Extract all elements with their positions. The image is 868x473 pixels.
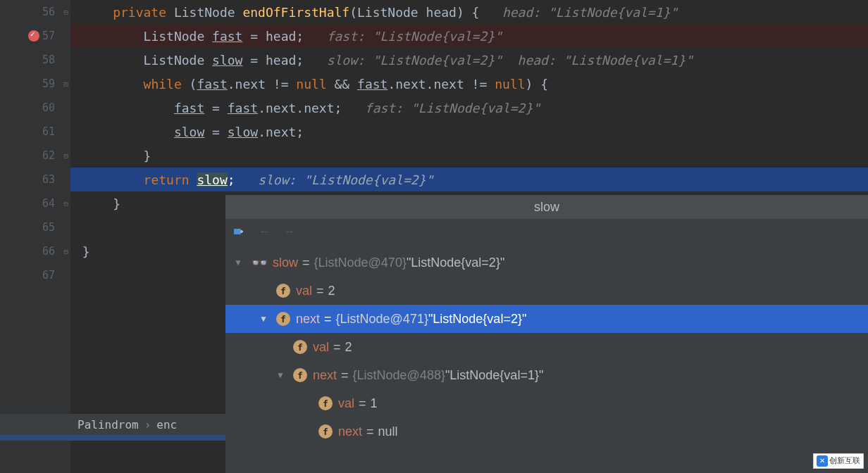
- field-icon: f: [318, 424, 333, 439]
- fold-marker-icon[interactable]: ⊟: [63, 151, 68, 160]
- code-line[interactable]: private ListNode endOfFirstHalf(ListNode…: [70, 0, 868, 24]
- back-icon[interactable]: ←: [256, 224, 272, 239]
- panel-border: [0, 435, 225, 441]
- code-line-breakpoint[interactable]: ListNode fast = head; fast: "ListNode{va…: [70, 24, 868, 48]
- line-gutter: 56⊟ 57 58 59⊟ 60 61 62⊟ 63 64⊟ 65 66⊟ 67: [0, 0, 70, 473]
- tree-row-field[interactable]: f next = null: [225, 417, 868, 446]
- chevron-right-icon: ›: [144, 418, 151, 431]
- tree-row-field[interactable]: ▼ f next = {ListNode@488} "ListNode{val=…: [225, 361, 868, 389]
- line-number[interactable]: 62⊟: [0, 144, 70, 168]
- breadcrumb-item[interactable]: enc: [156, 418, 177, 431]
- breakpoint-icon[interactable]: [28, 30, 39, 42]
- code-line[interactable]: ListNode slow = head; slow: "ListNode{va…: [70, 48, 868, 72]
- tree-row-root[interactable]: ▼ 👓 slow = {ListNode@470} "ListNode{val=…: [225, 248, 868, 277]
- code-line[interactable]: slow = slow.next;: [70, 120, 868, 144]
- fold-marker-icon[interactable]: ⊟: [63, 247, 68, 256]
- line-number[interactable]: 67: [0, 263, 70, 287]
- field-icon: f: [318, 396, 333, 410]
- code-line[interactable]: while (fast.next != null && fast.next.ne…: [70, 72, 868, 96]
- inline-hint: fast: "ListNode{val=2}": [304, 29, 502, 44]
- debug-panel-title: slow: [225, 195, 868, 219]
- breadcrumb[interactable]: Palindrom › enc: [0, 414, 225, 435]
- debug-toolbar: ← →: [225, 219, 868, 244]
- forward-icon[interactable]: →: [282, 224, 297, 239]
- line-number[interactable]: 64⊟: [0, 191, 70, 215]
- code-line-execution[interactable]: return slow; slow: "ListNode{val=2}": [70, 168, 868, 191]
- fold-marker-icon[interactable]: ⊟: [63, 199, 68, 208]
- field-icon: f: [293, 340, 307, 354]
- line-number[interactable]: 61: [0, 120, 70, 144]
- tree-expand-icon[interactable]: ▼: [276, 369, 289, 381]
- line-number[interactable]: 57: [0, 24, 70, 48]
- tree-expand-icon[interactable]: ▼: [259, 313, 272, 325]
- line-number[interactable]: 58: [0, 48, 70, 72]
- debug-tree[interactable]: ▼ 👓 slow = {ListNode@470} "ListNode{val=…: [225, 244, 868, 446]
- new-watch-icon[interactable]: [231, 224, 247, 239]
- code-line[interactable]: }: [70, 144, 868, 168]
- fold-marker-icon[interactable]: ⊟: [63, 8, 68, 17]
- svg-rect-0: [234, 229, 241, 234]
- inline-hint: slow: "ListNode{val=2}": [235, 172, 434, 187]
- field-icon: f: [276, 284, 290, 298]
- line-number[interactable]: 60: [0, 96, 70, 120]
- inline-hint: head: "ListNode{val=1}": [479, 5, 678, 20]
- tree-expand-icon[interactable]: ▼: [234, 256, 247, 269]
- inline-hint: fast: "ListNode{val=2}": [342, 101, 540, 115]
- line-number[interactable]: 66⊟: [0, 239, 70, 263]
- debug-variables-panel: slow ← → ▼ 👓 slow = {ListNode@470} "List…: [225, 195, 868, 473]
- line-number[interactable]: 63: [0, 168, 70, 191]
- tree-row-field[interactable]: f val = 2: [225, 333, 868, 361]
- field-icon: f: [293, 368, 307, 382]
- fold-marker-icon[interactable]: ⊟: [63, 80, 68, 89]
- field-icon: f: [276, 312, 290, 326]
- glasses-icon: 👓: [251, 254, 268, 271]
- tree-row-field[interactable]: f val = 1: [225, 389, 868, 417]
- line-number[interactable]: 65: [0, 215, 70, 239]
- code-line[interactable]: fast = fast.next.next; fast: "ListNode{v…: [70, 96, 868, 120]
- line-number[interactable]: 59⊟: [0, 72, 70, 96]
- inline-hint: head: "ListNode{val=1}": [502, 53, 693, 68]
- watermark: ✕创新互联: [813, 453, 864, 469]
- tree-row-selected[interactable]: ▼ f next = {ListNode@471} "ListNode{val=…: [225, 305, 868, 333]
- tree-row-field[interactable]: f val = 2: [225, 277, 868, 305]
- inline-hint: slow: "ListNode{val=2}": [304, 53, 502, 68]
- svg-rect-2: [241, 230, 242, 233]
- watermark-logo-icon: ✕: [817, 455, 828, 467]
- line-number[interactable]: 56⊟: [0, 0, 70, 24]
- breadcrumb-item[interactable]: Palindrom: [78, 418, 139, 431]
